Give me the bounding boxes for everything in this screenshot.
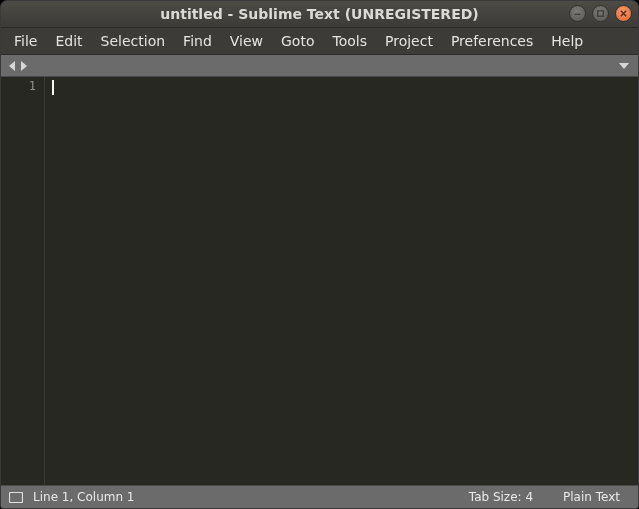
app-window: untitled - Sublime Text (UNREGISTERED) F… bbox=[0, 0, 639, 509]
maximize-icon bbox=[596, 9, 605, 18]
menu-file[interactable]: File bbox=[5, 30, 46, 52]
status-syntax[interactable]: Plain Text bbox=[553, 490, 630, 504]
tab-nav bbox=[1, 60, 35, 72]
text-cursor bbox=[52, 80, 54, 95]
menu-tools[interactable]: Tools bbox=[323, 30, 376, 52]
menu-selection[interactable]: Selection bbox=[92, 30, 175, 52]
menu-goto[interactable]: Goto bbox=[272, 30, 323, 52]
menu-help[interactable]: Help bbox=[542, 30, 592, 52]
tab-next-button[interactable] bbox=[19, 60, 29, 72]
gutter: 1 bbox=[1, 77, 45, 485]
editor-area: 1 bbox=[1, 77, 638, 485]
minimize-button[interactable] bbox=[569, 5, 586, 22]
status-tab-size[interactable]: Tab Size: 4 bbox=[459, 490, 543, 504]
menu-project[interactable]: Project bbox=[376, 30, 442, 52]
svg-rect-7 bbox=[10, 492, 23, 502]
tab-prev-button[interactable] bbox=[7, 60, 17, 72]
statusbar: Line 1, Column 1 Tab Size: 4 Plain Text bbox=[1, 485, 638, 508]
titlebar: untitled - Sublime Text (UNREGISTERED) bbox=[1, 1, 638, 28]
close-button[interactable] bbox=[615, 5, 632, 22]
window-title: untitled - Sublime Text (UNREGISTERED) bbox=[160, 6, 479, 22]
svg-marker-6 bbox=[619, 63, 629, 69]
code-editor[interactable] bbox=[45, 77, 638, 485]
svg-marker-4 bbox=[9, 61, 15, 71]
panel-icon bbox=[9, 492, 23, 503]
window-controls bbox=[569, 5, 632, 22]
chevron-down-icon bbox=[618, 61, 630, 71]
menu-find[interactable]: Find bbox=[174, 30, 221, 52]
status-position: Line 1, Column 1 bbox=[33, 490, 135, 504]
panel-switcher-button[interactable] bbox=[9, 492, 23, 503]
chevron-right-icon bbox=[19, 60, 29, 72]
menu-view[interactable]: View bbox=[221, 30, 272, 52]
menu-edit[interactable]: Edit bbox=[46, 30, 91, 52]
close-icon bbox=[619, 9, 628, 18]
svg-rect-1 bbox=[598, 11, 603, 16]
menubar: File Edit Selection Find View Goto Tools… bbox=[1, 28, 638, 55]
minimize-icon bbox=[573, 9, 582, 18]
svg-marker-5 bbox=[21, 61, 27, 71]
tabbar bbox=[1, 55, 638, 77]
maximize-button[interactable] bbox=[592, 5, 609, 22]
gutter-line-number: 1 bbox=[1, 79, 36, 93]
chevron-left-icon bbox=[7, 60, 17, 72]
tab-overflow-button[interactable] bbox=[618, 61, 630, 71]
menu-preferences[interactable]: Preferences bbox=[442, 30, 542, 52]
